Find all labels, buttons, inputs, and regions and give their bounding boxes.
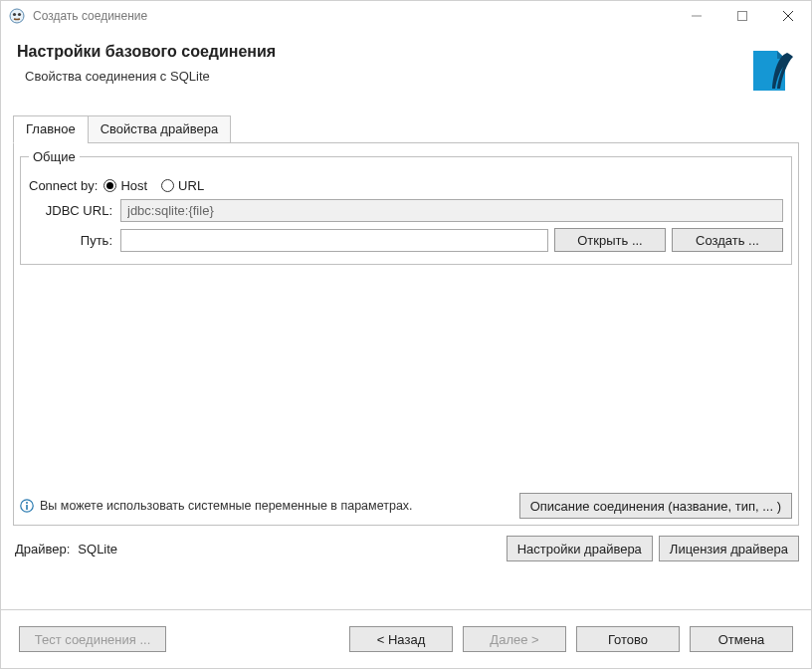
titlebar: Создать соединение — [1, 1, 811, 31]
finish-button[interactable]: Готово — [576, 626, 680, 652]
sqlite-feather-icon — [747, 47, 795, 95]
header-text: Настройки базового соединения Свойства с… — [17, 43, 276, 84]
general-group: Общие Connect by: Host URL — [20, 149, 792, 265]
jdbc-url-row: JDBC URL: — [29, 199, 783, 222]
driver-label: Драйвер: — [15, 542, 70, 557]
svg-rect-4 — [738, 12, 747, 21]
close-button[interactable] — [765, 1, 811, 31]
hint-text: Вы можете использовать системные перемен… — [40, 499, 513, 513]
dialog-header: Настройки базового соединения Свойства с… — [1, 31, 811, 105]
radio-url-label: URL — [178, 178, 204, 193]
dialog-footer: Тест соединения ... < Назад Далее > Гото… — [1, 610, 811, 668]
info-icon — [20, 499, 34, 513]
radio-host-label: Host — [120, 178, 147, 193]
driver-license-button[interactable]: Лицензия драйвера — [659, 536, 799, 561]
connect-by-row: Connect by: Host URL — [29, 178, 783, 193]
hint-row: Вы можете использовать системные перемен… — [20, 493, 792, 519]
app-icon — [9, 8, 25, 24]
page-title: Настройки базового соединения — [17, 43, 276, 61]
maximize-button[interactable] — [719, 1, 765, 31]
path-field[interactable] — [120, 229, 548, 252]
connection-description-button[interactable]: Описание соединения (название, тип, ... … — [519, 493, 792, 519]
connect-by-label: Connect by: — [29, 178, 103, 193]
tab-driver-properties[interactable]: Свойства драйвера — [88, 115, 231, 143]
jdbc-url-field — [120, 199, 783, 222]
svg-point-2 — [18, 13, 21, 16]
svg-point-0 — [10, 9, 24, 23]
radio-dot-icon — [103, 179, 116, 192]
path-label: Путь: — [29, 233, 120, 248]
connect-by-radio-group: Host URL — [103, 178, 204, 193]
svg-point-1 — [13, 13, 16, 16]
cancel-button[interactable]: Отмена — [690, 626, 793, 652]
window-controls — [674, 1, 811, 31]
svg-rect-9 — [26, 505, 28, 510]
next-button[interactable]: Далее > — [463, 626, 566, 652]
create-button[interactable]: Создать ... — [672, 228, 783, 252]
back-button[interactable]: < Назад — [349, 626, 453, 652]
radio-host[interactable]: Host — [103, 178, 147, 193]
tab-panel-main: Общие Connect by: Host URL — [13, 143, 799, 526]
radio-dot-icon — [161, 179, 174, 192]
test-connection-button[interactable]: Тест соединения ... — [19, 626, 166, 652]
path-row: Путь: Открыть ... Создать ... — [29, 228, 783, 252]
dialog-create-connection: Создать соединение Настройки базового со… — [0, 0, 812, 669]
driver-settings-button[interactable]: Настройки драйвера — [507, 536, 653, 561]
page-subtitle: Свойства соединения с SQLite — [17, 69, 276, 84]
dialog-body: Главное Свойства драйвера Общие Connect … — [1, 105, 811, 567]
minimize-button[interactable] — [674, 1, 719, 31]
radio-url[interactable]: URL — [161, 178, 204, 193]
svg-point-8 — [26, 502, 28, 504]
general-legend: Общие — [29, 149, 80, 164]
open-button[interactable]: Открыть ... — [554, 228, 666, 252]
jdbc-url-label: JDBC URL: — [29, 203, 120, 218]
tab-main[interactable]: Главное — [13, 115, 89, 143]
driver-value: SQLite — [78, 542, 506, 557]
window-title: Создать соединение — [33, 9, 674, 23]
panel-spacer — [20, 267, 792, 487]
driver-row: Драйвер: SQLite Настройки драйвера Лицен… — [13, 526, 799, 567]
tab-bar: Главное Свойства драйвера — [13, 114, 799, 143]
